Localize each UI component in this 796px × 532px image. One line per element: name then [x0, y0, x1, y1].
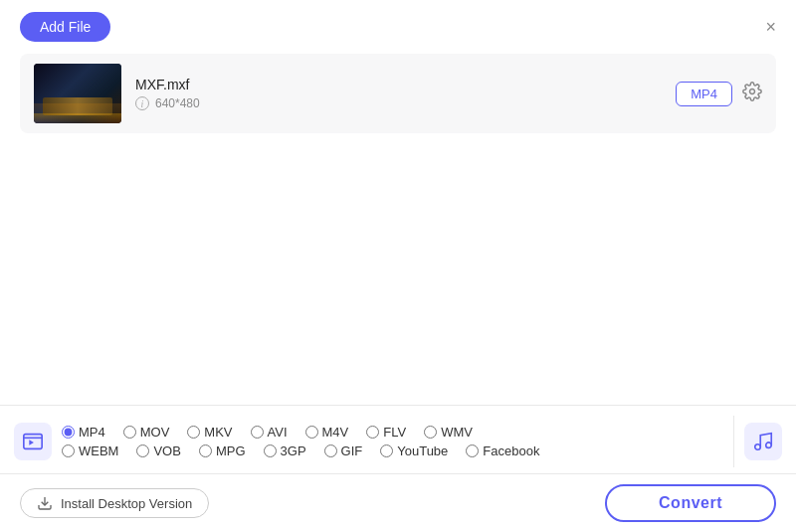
label-mp4: MP4: [79, 425, 105, 440]
label-flv: FLV: [383, 425, 406, 440]
file-list: MXF.mxf i 640*480 MP4: [20, 54, 776, 133]
label-wmv: WMV: [441, 425, 473, 440]
install-label: Install Desktop Version: [61, 496, 192, 511]
label-3gp: 3GP: [281, 443, 306, 458]
file-name: MXF.mxf: [135, 77, 676, 92]
settings-button[interactable]: [742, 82, 762, 106]
label-m4v: M4V: [322, 425, 349, 440]
label-mpg: MPG: [216, 443, 246, 458]
svg-rect-1: [24, 435, 42, 449]
option-wmv[interactable]: WMV: [424, 425, 473, 440]
close-button[interactable]: ×: [765, 18, 776, 36]
file-item: MXF.mxf i 640*480 MP4: [20, 54, 776, 133]
divider: [733, 416, 734, 467]
add-file-button[interactable]: Add File: [20, 12, 110, 42]
label-facebook: Facebook: [483, 443, 539, 458]
footer: Install Desktop Version Convert: [0, 474, 796, 532]
install-desktop-button[interactable]: Install Desktop Version: [20, 488, 209, 518]
file-meta: i 640*480: [135, 96, 676, 110]
option-mp4[interactable]: MP4: [62, 425, 105, 440]
format-options: MP4 MOV MKV AVI M4V: [62, 425, 727, 458]
svg-point-4: [766, 443, 772, 448]
option-mkv[interactable]: MKV: [187, 425, 232, 440]
format-row-2: WEBM VOB MPG 3GP GIF: [62, 443, 727, 458]
label-youtube: YouTube: [397, 443, 448, 458]
option-3gp[interactable]: 3GP: [264, 443, 306, 458]
info-icon: i: [135, 96, 149, 110]
middle-area: [0, 133, 796, 372]
format-bar: MP4 MOV MKV AVI M4V: [0, 406, 796, 474]
option-mov[interactable]: MOV: [123, 425, 170, 440]
svg-point-3: [755, 444, 761, 450]
convert-button[interactable]: Convert: [605, 484, 776, 522]
download-icon: [37, 495, 53, 511]
header: Add File ×: [0, 0, 796, 50]
svg-point-0: [750, 89, 755, 93]
file-actions: MP4: [676, 82, 762, 106]
option-m4v[interactable]: M4V: [305, 425, 349, 440]
file-info: MXF.mxf i 640*480: [135, 77, 676, 110]
video-format-icon[interactable]: [14, 423, 52, 460]
option-youtube[interactable]: YouTube: [380, 443, 448, 458]
file-thumbnail: [34, 64, 121, 123]
label-mov: MOV: [140, 425, 170, 440]
format-badge[interactable]: MP4: [676, 82, 732, 106]
option-flv[interactable]: FLV: [366, 425, 406, 440]
bottom-bar: MP4 MOV MKV AVI M4V: [0, 405, 796, 532]
option-vob[interactable]: VOB: [136, 443, 180, 458]
label-mkv: MKV: [204, 425, 232, 440]
option-webm[interactable]: WEBM: [62, 443, 118, 458]
option-facebook[interactable]: Facebook: [466, 443, 539, 458]
label-webm: WEBM: [79, 443, 118, 458]
file-resolution: 640*480: [155, 96, 200, 110]
option-mpg[interactable]: MPG: [199, 443, 246, 458]
option-avi[interactable]: AVI: [251, 425, 288, 440]
format-row-1: MP4 MOV MKV AVI M4V: [62, 425, 727, 440]
audio-format-button[interactable]: [744, 423, 782, 460]
option-gif[interactable]: GIF: [324, 443, 363, 458]
label-avi: AVI: [268, 425, 288, 440]
label-vob: VOB: [153, 443, 180, 458]
label-gif: GIF: [341, 443, 363, 458]
